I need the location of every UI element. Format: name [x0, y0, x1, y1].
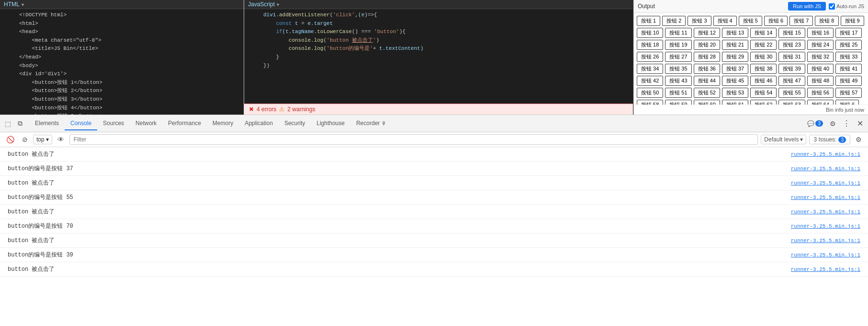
filter-input[interactable]: [69, 134, 758, 145]
output-button[interactable]: 按钮 56: [807, 88, 834, 98]
output-button[interactable]: 按钮 32: [807, 52, 834, 62]
output-button[interactable]: 按钮 43: [665, 76, 691, 86]
output-button[interactable]: 按钮 58: [637, 100, 663, 105]
output-button[interactable]: 按钮 47: [778, 76, 805, 86]
output-button[interactable]: 按钮 18: [637, 40, 663, 50]
source-link[interactable]: runner-3.25.5.min.js:1: [791, 209, 860, 215]
output-button[interactable]: 按钮 34: [637, 64, 663, 74]
tab-performance[interactable]: Performance: [162, 117, 207, 130]
output-button[interactable]: 按钮 54: [750, 88, 777, 98]
output-button[interactable]: 按钮 62: [750, 100, 777, 105]
output-button[interactable]: 按钮 57: [835, 88, 862, 98]
output-button[interactable]: 按钮 63: [778, 100, 805, 105]
output-button[interactable]: 按钮 1: [637, 16, 660, 26]
output-button[interactable]: 按钮 21: [722, 40, 748, 50]
output-button[interactable]: 按钮 3: [688, 16, 711, 26]
output-button[interactable]: 按钮 64: [807, 100, 834, 105]
output-button[interactable]: 按钮 7: [789, 16, 813, 26]
output-button[interactable]: 按钮 31: [778, 52, 805, 62]
source-link[interactable]: runner-3.25.5.min.js:1: [791, 223, 860, 229]
output-button[interactable]: 按钮 10: [637, 28, 663, 38]
output-button[interactable]: 按钮 52: [694, 88, 720, 98]
output-button[interactable]: 按钮 24: [807, 40, 834, 50]
output-button[interactable]: 按钮 60: [694, 100, 720, 105]
close-devtools-button[interactable]: ✕: [854, 117, 866, 130]
tab-console[interactable]: Console: [65, 117, 97, 130]
output-button[interactable]: 按钮 22: [750, 40, 777, 50]
output-button[interactable]: 按钮 37: [722, 64, 748, 74]
device-toolbar-button[interactable]: ⧉: [15, 117, 25, 129]
source-link[interactable]: runner-3.25.5.min.js:1: [791, 238, 860, 244]
output-button[interactable]: 按钮 27: [665, 52, 691, 62]
output-button[interactable]: 按钮 4: [713, 16, 737, 26]
output-button[interactable]: 按钮 5: [739, 16, 762, 26]
tab-lighthouse[interactable]: Lighthouse: [311, 117, 350, 130]
issues-button[interactable]: 3 Issues: 3: [809, 135, 850, 144]
output-button[interactable]: 按钮 29: [722, 52, 748, 62]
output-button[interactable]: 按钮 61: [722, 100, 748, 105]
output-button[interactable]: 按钮 12: [694, 28, 720, 38]
js-editor-content[interactable]: ·div1.addEventListener('click',(e)=>{· c…: [244, 9, 633, 104]
output-button[interactable]: 按钮 14: [750, 28, 777, 38]
js-dropdown-arrow[interactable]: ▾: [277, 2, 279, 7]
output-button[interactable]: 按钮 36: [694, 64, 720, 74]
output-button[interactable]: 按钮 49: [835, 76, 862, 86]
settings-button[interactable]: ⚙: [827, 118, 839, 129]
output-button[interactable]: 按钮 44: [694, 76, 720, 86]
tab-network[interactable]: Network: [130, 117, 162, 130]
output-button[interactable]: 按钮 51: [665, 88, 691, 98]
default-levels-selector[interactable]: Default levels ▾: [761, 135, 806, 144]
output-button[interactable]: 按钮 55: [778, 88, 805, 98]
output-button[interactable]: 按钮 33: [835, 52, 862, 62]
output-button[interactable]: 按钮 45: [722, 76, 748, 86]
output-button[interactable]: 按钮 38: [750, 64, 777, 74]
eye-filter-button[interactable]: 👁: [55, 135, 67, 144]
output-button[interactable]: 按钮 19: [665, 40, 691, 50]
output-button[interactable]: 按钮 16: [807, 28, 834, 38]
output-button[interactable]: 按钮 9: [841, 16, 864, 26]
autorun-checkbox[interactable]: [829, 3, 835, 10]
tab-security[interactable]: Security: [279, 117, 311, 130]
output-button[interactable]: 按钮 59: [665, 100, 691, 105]
context-selector[interactable]: top ▾: [33, 135, 52, 144]
output-button[interactable]: 按钮 6: [764, 16, 788, 26]
clear-console-button[interactable]: 🚫: [4, 135, 17, 144]
tab-application[interactable]: Application: [239, 117, 279, 130]
output-button[interactable]: 按钮 35: [665, 64, 691, 74]
output-button[interactable]: 按钮 25: [835, 40, 862, 50]
source-link[interactable]: runner-3.25.5.min.js:1: [791, 267, 860, 272]
output-button[interactable]: 按钮 6: [835, 100, 859, 105]
run-with-js-button[interactable]: Run with JS: [788, 2, 826, 11]
source-link[interactable]: runner-3.25.5.min.js:1: [791, 252, 860, 258]
source-link[interactable]: runner-3.25.5.min.js:1: [791, 180, 860, 186]
output-button[interactable]: 按钮 8: [815, 16, 838, 26]
output-button[interactable]: 按钮 39: [778, 64, 805, 74]
tab-recorder[interactable]: Recorder 🎙: [350, 117, 392, 130]
source-link[interactable]: runner-3.25.5.min.js:1: [791, 166, 860, 172]
console-settings-button[interactable]: ⚙: [853, 135, 864, 144]
output-button[interactable]: 按钮 53: [722, 88, 748, 98]
tab-memory[interactable]: Memory: [207, 117, 239, 130]
html-dropdown-arrow[interactable]: ▾: [22, 2, 24, 7]
output-button[interactable]: 按钮 2: [662, 16, 686, 26]
output-button[interactable]: 按钮 40: [807, 64, 834, 74]
html-editor-content[interactable]: <!DOCTYPE html><html><head> <meta charse…: [0, 9, 244, 115]
output-button[interactable]: 按钮 41: [835, 64, 862, 74]
output-button[interactable]: 按钮 20: [694, 40, 720, 50]
output-button[interactable]: 按钮 50: [637, 88, 663, 98]
output-button[interactable]: 按钮 42: [637, 76, 663, 86]
output-button[interactable]: 按钮 11: [665, 28, 691, 38]
output-button[interactable]: 按钮 15: [778, 28, 805, 38]
source-link[interactable]: runner-3.25.5.min.js:1: [791, 195, 860, 200]
issues-badge-button[interactable]: 💬 3: [804, 119, 826, 128]
stop-on-exceptions-button[interactable]: ⊘: [20, 135, 30, 144]
output-button[interactable]: 按钮 28: [694, 52, 720, 62]
source-link[interactable]: runner-3.25.5.min.js:1: [791, 151, 860, 157]
output-button[interactable]: 按钮 26: [637, 52, 663, 62]
more-options-button[interactable]: ⋮: [840, 117, 853, 130]
output-button[interactable]: 按钮 13: [722, 28, 748, 38]
inspect-icon-button[interactable]: ⬚: [2, 117, 14, 129]
tab-elements[interactable]: Elements: [29, 117, 65, 130]
output-button[interactable]: 按钮 23: [778, 40, 805, 50]
output-button[interactable]: 按钮 17: [835, 28, 862, 38]
